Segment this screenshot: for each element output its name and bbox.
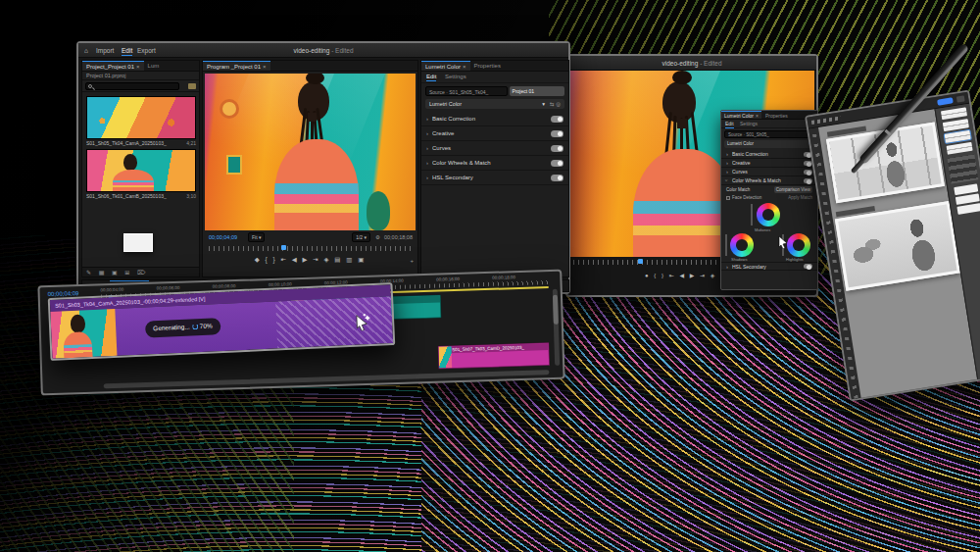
midtones-slider[interactable] — [751, 204, 753, 226]
face-detection-checkbox[interactable] — [726, 196, 730, 200]
share-button[interactable] — [937, 97, 954, 105]
plant-decor — [367, 191, 390, 230]
shadows-slider[interactable] — [725, 234, 727, 256]
subtab-edit[interactable]: Edit — [426, 74, 436, 81]
current-timecode[interactable]: 00;00;04;09 — [209, 234, 237, 240]
fx-toggle[interactable] — [804, 178, 812, 183]
timeline-horizontal-scrollbar[interactable] — [104, 370, 550, 388]
fx-toggle[interactable] — [804, 264, 812, 269]
comparison-view-button[interactable]: Comparison View — [774, 186, 812, 193]
target-project-chip[interactable]: Project 01 — [510, 86, 564, 96]
section-creative[interactable]: › Creative — [421, 126, 568, 141]
brush-settings-rows[interactable] — [947, 155, 978, 184]
lumetri-preset-dropdown[interactable]: Lumetri Color▾ — [724, 140, 814, 148]
wall-frame — [226, 155, 242, 175]
chevron-down-icon: ▾ — [259, 234, 262, 240]
clip-thumbnail — [50, 309, 117, 359]
close-icon[interactable]: × — [463, 64, 466, 70]
window2-titlebar[interactable]: video-editing - Edited — [567, 56, 816, 71]
tab-lumetri-scopes[interactable]: Lum — [144, 61, 164, 71]
compare-reset-icons[interactable]: ⇆ ◎ — [550, 101, 561, 107]
fx-toggle[interactable] — [551, 175, 564, 181]
section-hsl-secondary[interactable]: › HSL Secondary — [421, 171, 568, 185]
section-basic-correction[interactable]: › Basic Correction — [421, 112, 568, 126]
wall-mirror — [220, 99, 239, 119]
apply-match-button[interactable]: Apply Match — [788, 195, 812, 200]
tab-lumetri-color[interactable]: Lumetri Color× — [421, 61, 470, 71]
fx-toggle[interactable] — [551, 160, 564, 167]
program-mini-ruler[interactable] — [209, 246, 414, 251]
brush-preset[interactable] — [940, 107, 966, 120]
tab-properties[interactable]: Properties — [761, 111, 792, 119]
window2-title: video-editing — [662, 60, 698, 67]
bin-breadcrumb[interactable]: Project 01.prproj — [82, 72, 199, 80]
tab-project[interactable]: Project_Project 01× — [82, 61, 144, 71]
button-editor-plus[interactable]: + — [410, 258, 414, 264]
highlights-wheel[interactable] — [787, 233, 810, 257]
section-basic-correction[interactable]: › Basic Correction — [721, 150, 817, 159]
lumetri-color-panel: Lumetri Color× Properties Edit Settings … — [420, 60, 569, 277]
face-detection-label: Face Detection — [732, 195, 788, 200]
tab-lumetri-color[interactable]: Lumetri Color× — [721, 111, 761, 119]
tab-properties[interactable]: Properties — [470, 61, 505, 71]
dragged-item-ghost[interactable] — [123, 233, 153, 252]
settings-wrench-icon[interactable]: ⚙ — [375, 234, 380, 240]
chevron-right-icon: › — [726, 160, 728, 166]
search-input[interactable] — [85, 82, 179, 90]
color-match-label: Color Match — [726, 187, 774, 192]
lumetri-preset-dropdown[interactable]: Lumetri Color ▾ ⇆ ◎ — [425, 99, 564, 109]
clip-card[interactable]: S01_Sh05_Tk04_CamA_20250103_ 4;21 — [86, 96, 196, 146]
brush-preset[interactable] — [942, 119, 968, 131]
duration-timecode: 00;00;18;08 — [384, 234, 413, 240]
clip-thumbnail[interactable] — [86, 149, 196, 192]
midtones-wheel[interactable] — [757, 203, 780, 226]
fx-toggle[interactable] — [804, 170, 812, 175]
fx-toggle[interactable] — [551, 145, 564, 152]
chevron-down-icon: ▾ — [364, 234, 367, 240]
storyboard-frame-2[interactable] — [835, 201, 960, 291]
section-color-wheels[interactable]: › Color Wheels & Match — [721, 176, 817, 185]
zoom-level-dropdown[interactable]: Fit ▾ — [248, 232, 265, 242]
timeline-vertical-scrollbar[interactable] — [553, 289, 560, 366]
close-icon[interactable]: × — [263, 64, 267, 70]
timeline-clip-pink[interactable]: S01_Sh07_Tk03_CamD_20250103_ — [437, 342, 550, 370]
layer-thumbnail[interactable] — [956, 203, 980, 215]
brush-preset[interactable] — [946, 142, 972, 155]
source-selector[interactable]: Source · S01_Sh05_ — [724, 130, 814, 138]
subtab-settings[interactable]: Settings — [445, 74, 466, 79]
storyboard-app-window — [805, 90, 980, 402]
clip-card[interactable]: S01_Sh06_Tk01_CamB_20250103_ 3;10 — [86, 149, 196, 199]
playback-resolution-dropdown[interactable]: 1/2 ▾ — [352, 232, 370, 242]
section-hsl-secondary[interactable]: › HSL Secondary — [721, 262, 817, 271]
toolbar-icons[interactable] — [811, 116, 841, 125]
window1-titlebar[interactable]: ⌂ Import Edit Export video-editing - Edi… — [78, 43, 568, 58]
bw-photo-2 — [838, 205, 956, 288]
subtab-edit[interactable]: Edit — [725, 121, 734, 128]
project-panel-footer-icons[interactable]: ✎ ▦ ▣ ⊞ ⌦ — [82, 267, 199, 276]
section-creative[interactable]: › Creative — [721, 159, 817, 168]
chevron-right-icon: › — [726, 151, 728, 157]
fx-toggle[interactable] — [551, 130, 564, 137]
subtab-settings[interactable]: Settings — [740, 121, 758, 126]
section-curves[interactable]: › Curves — [721, 168, 817, 176]
section-color-wheels[interactable]: › Color Wheels & Match — [421, 156, 568, 171]
folder-icon[interactable] — [188, 83, 196, 89]
ai-cursor — [355, 313, 371, 331]
clip-duration: 3;10 — [186, 193, 196, 199]
section-curves[interactable]: › Curves — [421, 141, 568, 156]
fx-toggle[interactable] — [551, 116, 564, 123]
window-menu-icon[interactable] — [956, 95, 965, 102]
midtones-label: Midtones — [755, 227, 770, 232]
brush-preset-selected[interactable] — [944, 130, 970, 143]
tab-program[interactable]: Program _Project 01× — [203, 61, 270, 71]
source-selector[interactable]: Source · S01_Sh05_Tk04_ — [425, 86, 508, 96]
transport-controls[interactable]: ◆ { } ⇤ ◀ ▶ ⇥ ◈ ▤ ▥ ▣ — [203, 256, 417, 264]
shadows-label: Shadows — [731, 257, 747, 262]
close-icon[interactable]: × — [136, 64, 140, 70]
program-monitor-video[interactable] — [205, 74, 416, 230]
clip-thumbnail[interactable] — [86, 96, 196, 139]
close-icon[interactable]: × — [756, 113, 759, 119]
playhead-marker[interactable] — [638, 259, 643, 264]
shadows-wheel[interactable] — [730, 233, 754, 257]
playhead-marker[interactable] — [281, 245, 286, 250]
